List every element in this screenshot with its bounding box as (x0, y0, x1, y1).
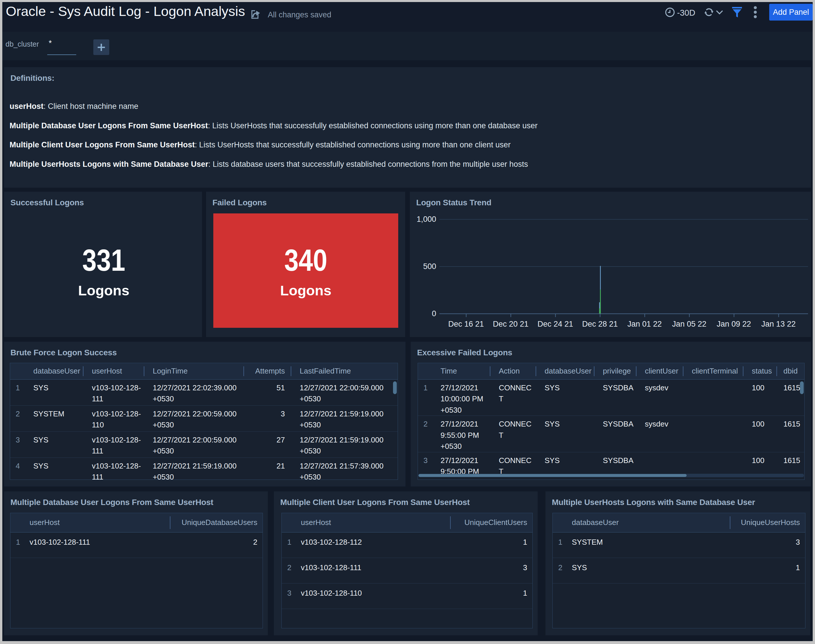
row-index: 1 (418, 379, 434, 416)
table-cell: v103-102-128-111 (300, 558, 450, 583)
table-row[interactable]: 127/12/2021 10:00:00 PM +0530CONNEC TSYS… (418, 379, 804, 416)
column-header-UniqueDatabaseUsers[interactable]: UniqueDatabaseUsers (170, 513, 263, 532)
column-header[interactable] (418, 363, 434, 379)
table-row[interactable]: 2SYS1 (553, 558, 806, 583)
filter-bar: db_cluster * (2, 32, 813, 60)
vertical-scrollbar-thumb[interactable] (800, 381, 804, 394)
table-row[interactable]: 2v103-102-128-1113 (282, 558, 533, 583)
column-header-Attempts[interactable]: Attempts (243, 363, 291, 379)
header-bar: Oracle - Sys Audit Log - Logon Analysis … (2, 2, 813, 32)
table-row[interactable]: 1SYSTEM3 (553, 532, 806, 558)
table-row[interactable]: 2SYSTEMv103-102-128- 11012/27/2021 22:00… (10, 405, 398, 431)
time-range-value[interactable]: -30D (677, 8, 695, 18)
multi-userhosts-table[interactable]: databaseUserUniqueUserHosts1SYSTEM32SYS1 (552, 513, 806, 629)
chevron-down-icon[interactable] (716, 10, 723, 14)
table-cell: 27/12/2021 10:00:00 PM +0530 (434, 379, 490, 416)
table-cell: 12/27/2021 22:00:59.000 +0530 (144, 431, 243, 457)
horizontal-scrollbar-thumb[interactable] (418, 474, 687, 477)
definition-term: userHost (9, 102, 43, 110)
column-header[interactable] (282, 513, 300, 532)
column-header[interactable] (11, 513, 29, 532)
brute-force-table[interactable]: databaseUseruserHostLoginTimeAttemptsLas… (10, 363, 398, 480)
column-header-userHost[interactable]: userHost (83, 363, 144, 379)
table-cell: 27 (243, 431, 291, 457)
column-header-Time[interactable]: Time (434, 363, 490, 379)
trend-line-chart[interactable]: 05001,000Dec 16 21Dec 20 21Dec 24 21Dec … (410, 192, 811, 337)
share-icon[interactable] (251, 9, 261, 19)
table-row[interactable]: 3SYSv103-102-128- 11112/27/2021 22:00:59… (10, 431, 398, 457)
table-row[interactable]: 4SYSv103-102-128- 11112/27/2021 21:59:19… (10, 457, 398, 480)
definition-description: : Client host machine name (43, 102, 138, 110)
column-header-Action[interactable]: Action (490, 363, 536, 379)
column-header[interactable] (10, 363, 29, 379)
definition-term: Multiple Database User Logons From Same … (9, 121, 208, 130)
table-row[interactable]: 1v103-102-128-1112 (11, 532, 263, 558)
horizontal-scrollbar[interactable] (418, 474, 804, 477)
table-cell: v103-102-128- 111 (83, 379, 144, 405)
filter-icon[interactable] (732, 7, 742, 17)
table-row[interactable]: 3v103-102-128-1101 (282, 583, 533, 609)
table-cell: SYSDBA (594, 416, 636, 452)
row-index: 2 (553, 558, 571, 583)
table-cell: 12/27/2021 21:59:19.000 +0530 (291, 405, 398, 431)
refresh-icon[interactable] (704, 7, 714, 17)
add-panel-button[interactable]: Add Panel (769, 4, 813, 21)
table-cell: SYSTEM (29, 405, 83, 431)
excessive-failed-table[interactable]: TimeActiondatabaseUserprivilegeclientUse… (418, 363, 804, 480)
multi-client-user-title: Multiple Client User Logons From Same Us… (280, 498, 470, 507)
table-cell: 3 (730, 532, 806, 558)
x-tick-label: Jan 01 22 (627, 320, 662, 328)
column-header-status[interactable]: status (743, 363, 777, 379)
column-header-databaseUser[interactable]: databaseUser (536, 363, 594, 379)
failed-logons-value: 340 (228, 244, 383, 276)
filter-value-text: * (49, 39, 52, 48)
column-header-UniqueUserHosts[interactable]: UniqueUserHosts (730, 513, 806, 532)
table-cell: 3 (243, 405, 291, 431)
successful-logons-panel: Successful Logons 331 Logons (4, 192, 202, 337)
y-tick-label: 500 (423, 262, 436, 271)
multi-userhosts-panel: Multiple UserHosts Logons with Same Data… (546, 491, 810, 635)
column-header-databaseUser[interactable]: databaseUser (571, 513, 730, 532)
column-header-userHost[interactable]: userHost (29, 513, 170, 532)
multi-client-user-table[interactable]: userHostUniqueClientUsers1v103-102-128-1… (281, 513, 533, 629)
x-tick-label: Dec 24 21 (537, 320, 573, 328)
column-header-userHost[interactable]: userHost (300, 513, 450, 532)
column-header-dbid[interactable]: dbid (777, 363, 804, 379)
vertical-scrollbar-thumb[interactable] (393, 381, 397, 394)
table-cell: SYSTEM (571, 532, 730, 558)
table-cell: 3 (450, 558, 533, 583)
failed-logons-box: 340 Logons (213, 213, 398, 328)
successful-logons-unit: Logons (11, 283, 196, 298)
time-range-clock-icon[interactable] (665, 8, 675, 17)
table-cell: 2 (170, 532, 263, 558)
table-cell: SYSDBA (594, 379, 636, 416)
row-index: 4 (10, 457, 29, 480)
column-header[interactable] (553, 513, 571, 532)
definition-term: Multiple UserHosts Logons with Same Data… (9, 160, 208, 169)
table-cell (683, 416, 743, 452)
table-row[interactable]: 1SYSv103-102-128- 11112/27/2021 22:02:39… (10, 379, 398, 405)
add-filter-button[interactable] (93, 39, 109, 55)
filter-value-input[interactable]: * (47, 38, 76, 55)
column-header-clientUser[interactable]: clientUser (636, 363, 683, 379)
definitions-heading: Definitions: (11, 74, 54, 83)
multi-db-user-table[interactable]: userHostUniqueDatabaseUsers1v103-102-128… (10, 513, 263, 629)
column-header-privilege[interactable]: privilege (594, 363, 636, 379)
kebab-menu-icon[interactable] (753, 6, 757, 18)
table-cell: SYS (536, 416, 594, 452)
row-index: 1 (11, 532, 29, 558)
column-header-UniqueClientUsers[interactable]: UniqueClientUsers (450, 513, 533, 532)
x-tick-label: Jan 13 22 (761, 320, 796, 328)
row-index: 1 (282, 532, 300, 558)
table-row[interactable]: 1v103-102-128-1121 (282, 532, 533, 558)
column-header-databaseUser[interactable]: databaseUser (29, 363, 83, 379)
column-header-LoginTime[interactable]: LoginTime (144, 363, 243, 379)
table-cell: sysdev (636, 379, 683, 416)
column-header-clientTerminal[interactable]: clientTerminal (683, 363, 743, 379)
row-index: 1 (10, 379, 29, 405)
table-row[interactable]: 227/12/2021 9:55:00 PM +0530CONNEC TSYSS… (418, 416, 804, 452)
definition-item: Multiple UserHosts Logons with Same Data… (9, 159, 528, 169)
multi-db-user-panel: Multiple Database User Logons From Same … (4, 491, 268, 635)
successful-logons-value: 331 (26, 244, 181, 276)
column-header-LastFailedTime[interactable]: LastFailedTime (291, 363, 398, 379)
